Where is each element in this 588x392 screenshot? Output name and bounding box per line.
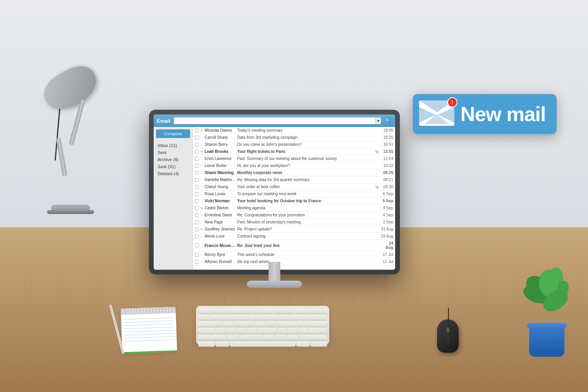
key[interactable] — [306, 308, 316, 314]
key-spacebar[interactable] — [230, 341, 296, 347]
email-star[interactable]: ☆ — [200, 171, 203, 175]
key[interactable] — [317, 308, 327, 314]
email-row[interactable]: ☆ Rosa Lucas To prepare our meeting next… — [193, 191, 395, 198]
email-star[interactable]: ☆ — [200, 199, 203, 203]
email-star[interactable]: ★ — [200, 227, 203, 231]
email-checkbox[interactable] — [195, 213, 199, 217]
key[interactable] — [269, 315, 279, 320]
key-ctrl-right[interactable] — [310, 341, 327, 347]
email-checkbox[interactable] — [195, 220, 199, 224]
key[interactable] — [267, 328, 277, 334]
email-row[interactable]: ☆ Francis Mccarthy Re: Just tried your l… — [193, 240, 395, 251]
key-enter-bottom[interactable] — [308, 328, 327, 334]
email-checkbox[interactable] — [195, 206, 199, 210]
email-checkbox[interactable] — [195, 157, 199, 161]
key[interactable] — [275, 335, 287, 340]
email-checkbox[interactable] — [195, 227, 199, 231]
new-mail-notification[interactable]: ! New mail — [413, 94, 557, 134]
email-row[interactable]: ★ Cedric Barton Meeting agenda 4 Sep — [193, 205, 395, 212]
key[interactable] — [214, 321, 223, 327]
key-tab[interactable] — [198, 321, 213, 327]
key[interactable] — [287, 335, 298, 340]
key[interactable] — [220, 308, 230, 314]
email-star[interactable]: ☆ — [200, 178, 203, 182]
key-alt-right[interactable] — [296, 341, 310, 347]
key[interactable] — [288, 328, 297, 334]
key[interactable] — [198, 308, 209, 314]
key[interactable] — [290, 315, 299, 320]
email-row[interactable]: ☆ Nina Page Fwd: Minutes of yesterday's … — [193, 219, 395, 226]
email-checkbox[interactable] — [195, 143, 199, 147]
email-checkbox[interactable] — [195, 192, 199, 196]
key[interactable] — [245, 321, 255, 327]
key-shift-left[interactable] — [198, 335, 226, 340]
compose-button[interactable]: Compose — [156, 129, 190, 138]
email-star[interactable]: ☆ — [200, 142, 203, 147]
sidebar-item-inbox[interactable]: Inbox (11) — [156, 142, 190, 149]
key[interactable] — [263, 308, 273, 314]
search-button[interactable]: 🔍 — [384, 117, 392, 125]
email-checkbox[interactable] — [195, 171, 199, 175]
email-row[interactable]: ☆ Shane Manning Monthly corporate news 0… — [193, 169, 395, 176]
key[interactable] — [263, 335, 274, 340]
email-star[interactable]: ☆ — [200, 220, 203, 224]
key[interactable] — [234, 321, 244, 327]
key[interactable] — [285, 308, 295, 314]
key[interactable] — [226, 328, 236, 334]
sidebar-item-junk[interactable]: Junk (31) — [156, 163, 190, 170]
email-row[interactable]: ☆ Alexis Love Contract signing 29 Aug — [193, 233, 395, 240]
email-row[interactable]: ★ Leah Brooks Your flight tickets to Par… — [193, 148, 395, 155]
email-star[interactable]: ★ — [200, 128, 203, 132]
key[interactable] — [296, 308, 306, 314]
email-row[interactable]: ☆ Vicki Norman Your hotel booking for Oc… — [193, 198, 395, 205]
key[interactable] — [231, 308, 241, 314]
key-enter-top[interactable] — [308, 321, 327, 327]
email-checkbox[interactable] — [195, 199, 199, 203]
email-row[interactable]: ☆ Carroll Sharp Data from 3rd marketing … — [193, 134, 395, 141]
email-row[interactable]: ☆ Sharon Berry Do you come at John's pre… — [193, 141, 395, 148]
key[interactable] — [297, 321, 307, 327]
key[interactable] — [259, 315, 269, 320]
email-checkbox[interactable] — [195, 243, 199, 247]
key-alt-left[interactable] — [216, 341, 229, 347]
email-row[interactable]: ☆ Danielle Matthews Re: Missing data for… — [193, 176, 395, 183]
key[interactable] — [224, 321, 234, 327]
key[interactable] — [236, 328, 246, 334]
sidebar-item-sent[interactable]: Sent — [156, 149, 190, 156]
email-star[interactable]: ★ — [200, 149, 203, 154]
key[interactable] — [247, 328, 256, 334]
key-ctrl[interactable] — [198, 341, 215, 347]
email-row[interactable]: ☆ Ervin Lawrence Fwd: Summary of our mee… — [193, 155, 395, 162]
email-star[interactable]: ☆ — [200, 243, 203, 248]
email-row[interactable]: ★ Geoffrey Jimenez Re: Project update? 3… — [193, 226, 395, 233]
email-checkbox[interactable] — [195, 185, 199, 189]
email-star[interactable]: ☆ — [200, 185, 203, 189]
email-star[interactable]: ☆ — [200, 156, 203, 161]
email-checkbox[interactable] — [195, 234, 199, 238]
email-checkbox[interactable] — [195, 150, 199, 154]
email-row[interactable]: ☆ Cheryl Young Your order at best coffee… — [193, 183, 395, 191]
key[interactable] — [241, 308, 252, 314]
key[interactable] — [256, 321, 265, 327]
email-star[interactable]: ★ — [200, 206, 203, 210]
key-shift-right[interactable] — [299, 335, 327, 340]
email-row[interactable]: ☆ Alfonso Russell Ski trip next winter 1… — [193, 258, 395, 265]
email-checkbox[interactable] — [195, 178, 199, 182]
key[interactable] — [251, 335, 262, 340]
key[interactable] — [219, 315, 228, 320]
email-star[interactable]: ☆ — [200, 135, 203, 140]
key-backspace[interactable] — [310, 315, 327, 320]
email-checkbox[interactable] — [195, 129, 199, 132]
key[interactable] — [252, 308, 263, 314]
email-star[interactable]: ☆ — [200, 163, 203, 168]
email-star[interactable]: ☆ — [200, 260, 203, 264]
email-star[interactable]: ☆ — [200, 252, 203, 257]
email-checkbox[interactable] — [195, 260, 199, 264]
email-star[interactable]: ☆ — [200, 234, 203, 238]
email-row[interactable]: ★ Miranda Owens Today's meeting summary … — [193, 127, 395, 134]
email-row[interactable]: ☆ Lionel Burke Hi, are you at your workp… — [193, 162, 395, 169]
key[interactable] — [239, 335, 250, 340]
email-checkbox[interactable] — [195, 136, 199, 140]
search-dropdown-button[interactable]: ▼ — [375, 118, 381, 124]
key[interactable] — [287, 321, 296, 327]
